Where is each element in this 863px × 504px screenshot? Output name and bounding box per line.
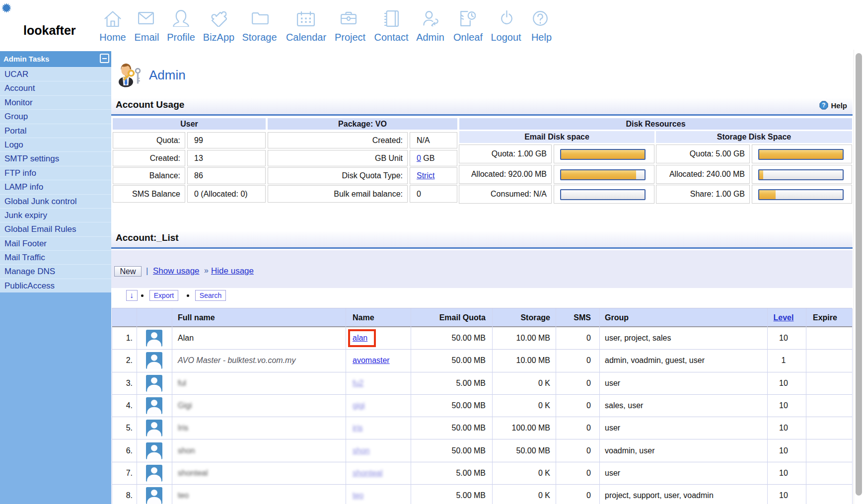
- svg-text:?: ?: [822, 102, 825, 109]
